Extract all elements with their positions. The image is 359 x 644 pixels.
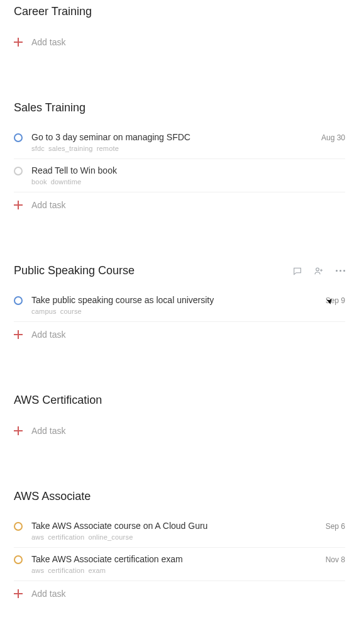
task-tag[interactable]: book — [31, 178, 47, 186]
assign-icon[interactable] — [314, 266, 324, 276]
add-task-label: Add task — [31, 426, 65, 436]
task-body: Take AWS Associate certification examaws… — [31, 554, 319, 574]
section-header[interactable]: Sales Training — [14, 96, 345, 114]
plus-icon — [14, 38, 23, 47]
task-body: Take public speaking course as local uni… — [31, 295, 319, 315]
task-title[interactable]: Take AWS Associate course on A Cloud Gur… — [31, 521, 319, 531]
task-tags: awscertificationexam — [31, 567, 319, 574]
task-date[interactable]: Nov 8 — [326, 554, 345, 564]
plus-icon — [14, 426, 23, 435]
svg-point-2 — [316, 268, 319, 271]
add-task-button[interactable]: Add task — [14, 30, 345, 51]
section-title[interactable]: AWS Certification — [14, 394, 102, 407]
task-body: Take AWS Associate course on A Cloud Gur… — [31, 521, 319, 541]
task-tag[interactable]: sfdc — [31, 145, 45, 152]
task-tags: campuscourse — [31, 308, 319, 315]
task-date[interactable]: Sep 9 — [326, 295, 345, 305]
task-checkbox[interactable] — [14, 167, 23, 175]
task-checkbox[interactable] — [14, 555, 23, 564]
section-header[interactable]: Career Training — [14, 0, 345, 18]
section-header[interactable]: AWS Associate — [14, 485, 345, 503]
task-title[interactable]: Take AWS Associate certification exam — [31, 554, 319, 564]
task-checkbox[interactable] — [14, 522, 23, 531]
section-title[interactable]: Public Speaking Course — [14, 264, 135, 277]
add-task-label: Add task — [31, 589, 65, 599]
comment-icon[interactable] — [292, 266, 302, 276]
add-task-label: Add task — [31, 37, 65, 47]
task-tags: awscertificationonline_course — [31, 533, 319, 541]
task-tag[interactable]: sales_training — [48, 145, 93, 152]
task-tag[interactable]: online_course — [88, 533, 133, 541]
add-task-button[interactable]: Add task — [14, 322, 345, 343]
task-tag[interactable]: course — [60, 308, 82, 315]
section-title[interactable]: AWS Associate — [14, 490, 91, 503]
more-icon[interactable] — [335, 266, 345, 276]
task-row[interactable]: Take AWS Associate certification examaws… — [14, 548, 345, 581]
task-checkbox[interactable] — [14, 133, 23, 142]
section: AWS AssociateTake AWS Associate course o… — [14, 485, 345, 602]
add-task-button[interactable]: Add task — [14, 418, 345, 440]
section: AWS CertificationAdd task — [14, 389, 345, 440]
task-title[interactable]: Read Tell to Win book — [31, 165, 345, 175]
plus-icon — [14, 589, 23, 598]
task-row[interactable]: Take AWS Associate course on A Cloud Gur… — [14, 514, 345, 548]
task-tag[interactable]: aws — [31, 533, 44, 541]
task-tag[interactable]: exam — [88, 567, 106, 574]
section-header[interactable]: AWS Certification — [14, 389, 345, 407]
task-tag[interactable]: certification — [48, 567, 84, 574]
task-tags: bookdowntime — [31, 178, 345, 186]
task-checkbox[interactable] — [14, 296, 23, 305]
task-row[interactable]: Read Tell to Win bookbookdowntime — [14, 159, 345, 192]
section: Public Speaking CourseTake public speaki… — [14, 259, 345, 343]
add-task-button[interactable]: Add task — [14, 192, 345, 214]
task-tag[interactable]: certification — [48, 533, 84, 541]
section-title[interactable]: Career Training — [14, 5, 92, 18]
task-title[interactable]: Take public speaking course as local uni… — [31, 295, 319, 305]
section-actions — [292, 266, 345, 276]
task-date[interactable]: Sep 6 — [326, 521, 345, 531]
section: Sales TrainingGo to 3 day seminar on man… — [14, 96, 345, 214]
task-row[interactable]: Take public speaking course as local uni… — [14, 289, 345, 322]
section: Career TrainingAdd task — [14, 0, 345, 51]
task-body: Read Tell to Win bookbookdowntime — [31, 165, 345, 186]
task-tag[interactable]: aws — [31, 567, 44, 574]
section-title[interactable]: Sales Training — [14, 101, 86, 114]
task-tag[interactable]: remote — [97, 145, 119, 152]
task-tag[interactable]: downtime — [51, 178, 82, 186]
task-date[interactable]: Aug 30 — [321, 132, 345, 142]
add-task-label: Add task — [31, 330, 65, 340]
plus-icon — [14, 330, 23, 339]
task-title[interactable]: Go to 3 day seminar on managing SFDC — [31, 132, 315, 142]
plus-icon — [14, 201, 23, 209]
section-header[interactable]: Public Speaking Course — [14, 259, 345, 277]
task-tag[interactable]: campus — [31, 308, 57, 315]
task-row[interactable]: Go to 3 day seminar on managing SFDCsfdc… — [14, 126, 345, 159]
add-task-button[interactable]: Add task — [14, 581, 345, 602]
task-tags: sfdcsales_trainingremote — [31, 145, 315, 152]
add-task-label: Add task — [31, 200, 65, 210]
task-body: Go to 3 day seminar on managing SFDCsfdc… — [31, 132, 315, 152]
